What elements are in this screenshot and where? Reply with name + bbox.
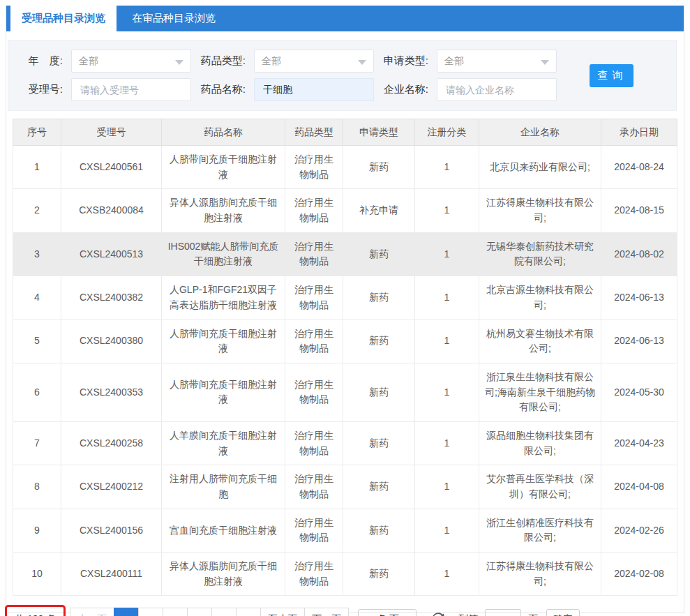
cell-acceptance-no: CXSL2400513: [61, 232, 162, 276]
tab-bar: 受理品种目录浏览 在审品种目录浏览: [6, 6, 684, 31]
cell-company: 源品细胞生物科技集团有限公司;: [479, 421, 601, 465]
drug-name-input-box: [254, 78, 374, 101]
acceptance-no-field: 受理号:: [8, 78, 191, 101]
cell-drug-type: 治疗用生物制品: [285, 363, 343, 421]
cell-drug-name: 人脐带间充质干细胞注射液: [162, 363, 285, 421]
cell-index: 5: [13, 320, 61, 363]
table-row: 9 CXSL2400156 宫血间充质干细胞注射液 治疗用生物制品 新药 1 浙…: [13, 509, 677, 552]
page-size-select[interactable]: 10 条/页: [358, 609, 417, 616]
cell-apply-type: 新药: [343, 232, 415, 276]
table-row: 1 CXSL2400561 人脐带间充质干细胞注射液 治疗用生物制品 新药 1 …: [13, 146, 677, 189]
apply-type-field: 申请类型: 全部: [374, 50, 557, 73]
cell-reg-class: 1: [415, 276, 479, 320]
acceptance-no-input-box: [71, 78, 191, 101]
filter-row-1: 年 度: 全部 药品类型: 全部 申请类型: 全部: [8, 50, 585, 73]
cell-apply-type: 新药: [343, 465, 415, 509]
confirm-button[interactable]: 确定: [546, 609, 580, 616]
goto-page-input[interactable]: 1: [485, 609, 521, 616]
page-buttons: 12345: [114, 608, 237, 616]
cell-drug-type: 治疗用生物制品: [285, 320, 343, 363]
chevron-down-icon: [541, 60, 549, 65]
cell-apply-type: 新药: [343, 146, 415, 189]
cell-acceptance-no: CXSL2400353: [61, 363, 162, 421]
cell-index: 2: [13, 189, 61, 232]
cell-reg-class: 1: [415, 232, 479, 276]
tab-in-review-catalog[interactable]: 在审品种目录浏览: [117, 6, 231, 31]
cell-apply-type: 新药: [343, 509, 415, 552]
prev-page-button[interactable]: 上一页: [70, 608, 114, 616]
drug-type-field: 药品类型: 全部: [191, 50, 374, 73]
col-header-reg-class: 注册分类: [415, 119, 479, 146]
page-number-button[interactable]: 3: [163, 608, 188, 616]
pagination-bar: 共 103 条 上一页 12345 ... 至末页 下一页 10 条/页 到第 …: [6, 605, 671, 616]
apply-type-label: 申请类型:: [374, 54, 437, 68]
drug-type-select[interactable]: 全部: [254, 50, 374, 73]
col-header-date: 承办日期: [601, 119, 677, 146]
total-count: 共 103 条: [15, 613, 56, 616]
cell-date: 2024-06-13: [601, 276, 677, 320]
page-number-button[interactable]: 2: [138, 608, 163, 616]
cell-date: 2024-05-30: [601, 363, 677, 421]
apply-type-select[interactable]: 全部: [437, 50, 557, 73]
cell-company: 杭州易文赛生物技术有限公司;: [479, 320, 601, 363]
cell-acceptance-no: CXSL2400212: [61, 465, 162, 509]
tab-accepted-catalog[interactable]: 受理品种目录浏览: [10, 1, 117, 31]
cell-apply-type: 补充申请: [343, 189, 415, 232]
page-number-button[interactable]: 1: [114, 608, 139, 616]
cell-acceptance-no: CXSL2400382: [61, 276, 162, 320]
table-body: 1 CXSL2400561 人脐带间充质干细胞注射液 治疗用生物制品 新药 1 …: [13, 146, 677, 596]
goto-page-label: 到第: [458, 613, 478, 616]
company-name-input[interactable]: [444, 84, 549, 96]
cell-drug-type: 治疗用生物制品: [285, 189, 343, 232]
cell-apply-type: 新药: [343, 363, 415, 421]
apply-type-select-value: 全部: [444, 55, 464, 68]
chevron-down-icon: [358, 60, 366, 65]
year-select[interactable]: 全部: [71, 50, 191, 73]
col-header-company: 企业名称: [479, 119, 601, 146]
cell-index: 1: [13, 146, 61, 189]
cell-date: 2024-04-23: [601, 421, 677, 465]
company-name-field: 企业名称:: [374, 78, 557, 101]
filter-row-2: 受理号: 药品名称: 企业名称:: [8, 78, 585, 101]
cell-drug-name: 异体人源脂肪间充质干细胞注射液: [162, 553, 285, 596]
drug-name-label: 药品名称:: [191, 83, 254, 96]
cell-date: 2024-06-13: [601, 320, 677, 363]
cell-company: 浙江泉生生物科技有限公司;海南新生泉干细胞药物有限公司;: [479, 363, 601, 421]
cell-drug-type: 治疗用生物制品: [285, 276, 343, 320]
drug-name-input[interactable]: [262, 84, 366, 96]
table-row: 10 CXSL2400111 异体人源脂肪间充质干细胞注射液 治疗用生物制品 新…: [13, 553, 677, 596]
page-buttons-group: 上一页 12345 ... 至末页 下一页: [70, 608, 349, 616]
cell-index: 10: [13, 553, 61, 596]
last-page-button[interactable]: 至末页: [260, 608, 305, 616]
cell-index: 3: [13, 232, 61, 276]
acceptance-no-label: 受理号:: [8, 83, 71, 96]
cell-index: 9: [13, 509, 61, 552]
cell-reg-class: 1: [415, 146, 479, 189]
page-frame: 受理品种目录浏览 在审品种目录浏览 年 度: 全部 药品类型: 全部: [6, 6, 684, 613]
acceptance-no-input[interactable]: [79, 84, 183, 96]
cell-drug-type: 治疗用生物制品: [285, 232, 343, 276]
search-button[interactable]: 查询: [590, 64, 633, 87]
cell-date: 2024-02-08: [601, 553, 677, 596]
page-size-value: 10 条/页: [364, 613, 399, 616]
cell-index: 4: [13, 276, 61, 320]
filter-panel: 年 度: 全部 药品类型: 全部 申请类型: 全部: [8, 40, 677, 111]
refresh-icon[interactable]: [430, 612, 446, 616]
cell-apply-type: 新药: [343, 421, 415, 465]
cell-drug-type: 治疗用生物制品: [285, 509, 343, 552]
next-page-button[interactable]: 下一页: [304, 608, 349, 616]
page-number-button[interactable]: 4: [187, 608, 212, 616]
cell-index: 6: [13, 363, 61, 421]
chevron-down-icon: [175, 60, 183, 65]
ellipsis-button[interactable]: ...: [236, 608, 261, 616]
cell-reg-class: 1: [415, 363, 479, 421]
cell-acceptance-no: CXSL2400156: [61, 509, 162, 552]
col-header-drug-type: 药品类型: [285, 119, 343, 146]
cell-date: 2024-08-15: [601, 189, 677, 232]
year-select-value: 全部: [79, 55, 98, 68]
cell-date: 2024-08-02: [601, 232, 677, 276]
cell-drug-name: 人羊膜间充质干细胞注射液: [162, 421, 285, 465]
page-number-button[interactable]: 5: [211, 608, 237, 616]
table-row: 2 CXSB2400084 异体人源脂肪间充质干细胞注射液 治疗用生物制品 补充…: [13, 189, 677, 232]
col-header-acceptance-no: 受理号: [61, 119, 162, 146]
